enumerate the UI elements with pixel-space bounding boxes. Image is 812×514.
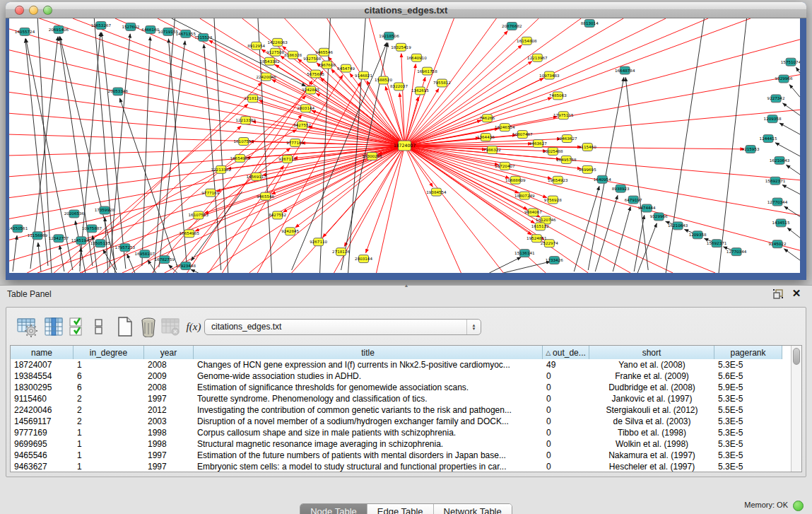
new-table-icon[interactable]	[114, 316, 135, 337]
graph-node-label: 9127508	[266, 50, 284, 54]
graph-node-label: 2967608	[318, 63, 336, 67]
table-select-dropdown[interactable]: citations_edges.txt ▲▼	[204, 319, 481, 335]
table-cell: 18724007	[11, 359, 73, 370]
graph-node-label: 15692371	[707, 241, 727, 245]
table-panel-titlebar: Table Panel ✕	[0, 286, 812, 303]
column-header-year[interactable]: year	[144, 346, 194, 359]
table-cell: 2	[73, 416, 144, 427]
table-row[interactable]: 969969511998Structural magnetic resonanc…	[11, 438, 782, 450]
table-cell: Jankovic et al. (1997)	[589, 393, 714, 404]
graph-node-label: 11451947	[71, 238, 92, 243]
table-row[interactable]: 946362711997Embryonic stem cells: a mode…	[11, 461, 782, 472]
table-cell: 1	[73, 438, 144, 450]
graph-node-label: 9267110	[278, 157, 296, 161]
graph-node-label: 1209358	[689, 233, 707, 237]
graph-edge	[595, 195, 618, 271]
column-header-short[interactable]: short	[589, 346, 714, 359]
table-row[interactable]: 911546021997Tourette syndrome. Phenomeno…	[11, 393, 782, 404]
table-row[interactable]: 1872400712008Changes of HCN gene express…	[11, 359, 782, 370]
graph-node-label: 16107553	[233, 139, 254, 144]
graph-edge	[787, 165, 800, 174]
graph-edge	[775, 143, 800, 156]
graph-node-label: 10807487	[512, 132, 533, 136]
graph-node-label: 8912954	[247, 44, 265, 48]
graph-node-label: 10653267	[91, 23, 112, 28]
table-cell: Estimation of significance thresholds fo…	[194, 382, 543, 393]
graph-edge	[405, 64, 416, 146]
deselect-rows-icon[interactable]	[93, 316, 105, 337]
delete-table-icon-disabled	[160, 316, 182, 337]
graph-edge	[94, 18, 115, 273]
table-row[interactable]: 977716911998Corpus callosum shape and si…	[11, 427, 782, 438]
graph-edge	[207, 146, 405, 273]
status-bar: Memory: OK	[0, 496, 812, 514]
column-header-label: year	[160, 348, 177, 358]
table-cell: 0	[543, 438, 589, 450]
graph-edge	[783, 103, 800, 115]
window-titlebar[interactable]: citations_edges.txt	[6, 2, 806, 18]
graph-node-label: 9242845	[302, 88, 319, 92]
close-panel-icon[interactable]: ✕	[791, 287, 802, 300]
network-window: citations_edges.txt 89129541422606391275…	[6, 2, 806, 280]
graph-node-label: 5675685	[307, 72, 324, 76]
scrollbar-thumb[interactable]	[793, 348, 800, 365]
table-row[interactable]: 946554611997Estimation of the future num…	[11, 450, 782, 461]
table-cell: Tourette syndrome. Phenomenology and cla…	[194, 393, 543, 404]
graph-node-label: 9115460	[579, 145, 596, 149]
table-settings-icon[interactable]	[16, 316, 37, 337]
table-cell: Disruption of a novel member of a sodium…	[194, 416, 543, 427]
graph-node-label: 12213382	[211, 168, 230, 172]
table-cell: 5.3E-5	[714, 359, 782, 370]
column-header-out_de[interactable]: △out_de...	[543, 346, 589, 359]
table-cell: 9777169	[11, 427, 73, 438]
table-row[interactable]: 1830029562008Estimation of significance …	[11, 382, 782, 393]
graph-node-label: 15136141	[514, 251, 535, 255]
graph-edge	[207, 165, 284, 273]
graph-node-label: 18495758	[556, 158, 577, 162]
table-body: 1872400712008Changes of HCN gene express…	[11, 359, 782, 472]
graph-node-label: 8427552	[293, 123, 311, 127]
select-all-icon[interactable]	[69, 316, 86, 337]
function-builder-icon[interactable]: f(x)	[182, 316, 206, 337]
citation-network-graph[interactable]: 8912954142260639127508185433828186328932…	[9, 18, 800, 273]
table-cell: Hescheler et al. (1997)	[589, 461, 714, 472]
table-cell: 1	[73, 450, 144, 461]
table-cell: de Silva et al. (2003)	[589, 416, 714, 427]
table-cell: 0	[543, 461, 589, 472]
graph-edge	[80, 146, 405, 273]
table-cell: 5.3E-5	[714, 427, 782, 438]
table-cell: 5.6E-5	[714, 370, 782, 382]
table-cell: 0	[543, 427, 589, 438]
table-row[interactable]: 1456911722003Disruption of a novel membe…	[11, 416, 782, 427]
graph-node-label: 9463627	[529, 141, 547, 146]
table-cell: 2008	[144, 359, 194, 370]
graph-edge	[405, 146, 673, 273]
graph-node-label: 16648784	[615, 69, 635, 73]
graph-node-label: 18543382	[259, 59, 279, 64]
table-row[interactable]: 2242004622012Investigating the contribut…	[11, 404, 782, 416]
graph-node-label: 16210643	[668, 223, 688, 228]
table-cell: 6	[73, 382, 144, 393]
float-panel-icon[interactable]	[772, 288, 784, 300]
window-title: citations_edges.txt	[6, 5, 806, 16]
column-visibility-icon[interactable]	[43, 316, 64, 337]
network-view-canvas[interactable]: 8912954142260639127508185433828186328932…	[9, 18, 800, 273]
graph-node-label: 9267110	[310, 240, 327, 244]
graph-node-label: 746266	[480, 116, 495, 120]
graph-node-label: 16246554	[495, 125, 515, 129]
table-cell: 9699695	[11, 438, 73, 450]
graph-edge	[204, 45, 220, 270]
column-header-pagerank[interactable]: pagerank	[714, 346, 782, 359]
graph-edge	[401, 54, 405, 146]
graph-node-label: 9777169	[286, 141, 304, 145]
column-header-title[interactable]: title	[194, 346, 543, 359]
column-header-name[interactable]: name	[11, 346, 73, 359]
memory-status-indicator[interactable]	[793, 501, 804, 511]
graph-edge	[191, 269, 199, 273]
table-row[interactable]: 1938455462009Genome-wide association stu…	[11, 370, 782, 382]
graph-node-label: 2718126	[244, 96, 261, 100]
column-header-in_degree[interactable]: in_degree	[73, 346, 144, 359]
delete-trash-icon[interactable]	[138, 316, 159, 337]
graph-node-label: 16958107	[135, 252, 155, 256]
table-vertical-scrollbar[interactable]	[791, 346, 801, 472]
